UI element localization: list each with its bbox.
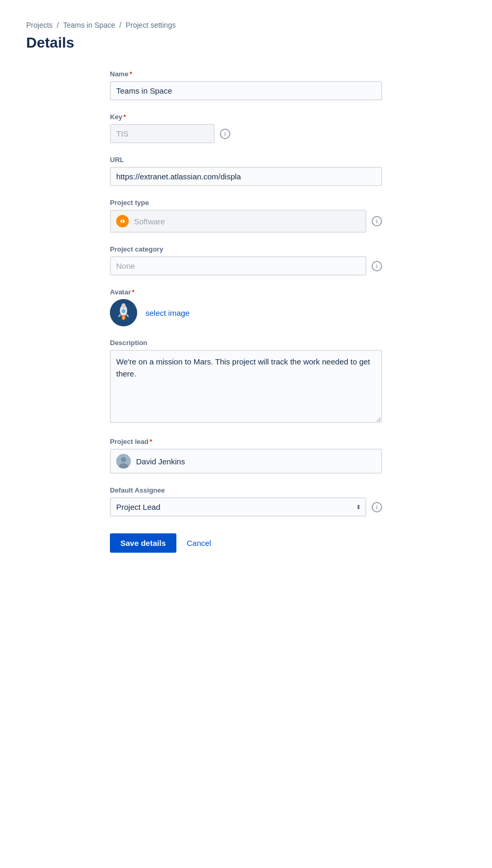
breadcrumb-projects[interactable]: Projects [26,21,53,29]
software-type-icon [116,215,129,227]
rocket-avatar-svg [110,299,137,326]
name-group: Name* [110,70,382,100]
description-group: Description We're on a mission to Mars. … [110,339,382,425]
project-type-info-icon[interactable]: i [372,216,382,226]
url-label: URL [110,156,382,164]
project-lead-field[interactable]: David Jenkins [110,449,382,474]
key-row: i [110,124,382,143]
key-required: * [124,113,126,121]
key-input[interactable] [110,124,215,143]
default-assignee-select[interactable]: Project Lead Unassigned [110,497,366,517]
page-title: Details [26,35,466,51]
project-type-value: Software [134,217,165,226]
url-input[interactable] [110,167,382,186]
avatar-section: select image [110,299,382,326]
save-button[interactable]: Save details [110,533,176,553]
default-assignee-container: Project Lead Unassigned ⬍ [110,497,366,517]
breadcrumb: Projects / Teams in Space / Project sett… [26,21,466,29]
avatar-group: Avatar* [110,288,382,326]
project-category-label: Project category [110,245,382,253]
key-info-icon[interactable]: i [220,129,230,139]
key-label: Key* [110,113,382,121]
project-category-group: Project category None i [110,245,382,276]
svg-point-6 [122,310,125,312]
svg-point-2 [121,303,126,309]
project-category-placeholder: None [116,261,135,270]
breadcrumb-project-name[interactable]: Teams in Space [63,21,115,29]
breadcrumb-sep-2: / [119,21,121,29]
svg-point-10 [121,457,126,462]
lead-name: David Jenkins [136,457,185,466]
project-category-info-icon[interactable]: i [372,261,382,271]
key-group: Key* i [110,113,382,143]
default-assignee-group: Default Assignee Project Lead Unassigned… [110,486,382,517]
project-details-form: Name* Key* i URL Project type [110,70,382,553]
project-type-row: Software i [110,210,382,233]
name-input[interactable] [110,81,382,100]
svg-point-8 [122,316,125,319]
default-assignee-info-icon[interactable]: i [372,502,382,512]
avatar-label: Avatar* [110,288,382,296]
name-required: * [129,70,132,78]
project-type-label: Project type [110,199,382,207]
default-assignee-row: Project Lead Unassigned ⬍ i [110,497,382,517]
button-row: Save details Cancel [110,533,382,553]
project-lead-group: Project lead* David Jenkins [110,438,382,474]
avatar-required: * [132,288,135,296]
default-assignee-label: Default Assignee [110,486,382,494]
breadcrumb-settings: Project settings [126,21,176,29]
select-image-link[interactable]: select image [146,309,189,317]
project-lead-label: Project lead* [110,438,382,446]
name-label: Name* [110,70,382,78]
cancel-button[interactable]: Cancel [187,539,211,547]
url-group: URL [110,156,382,186]
project-category-row: None i [110,256,382,276]
description-label: Description [110,339,382,347]
description-textarea[interactable]: We're on a mission to Mars. This project… [110,350,382,423]
project-type-field[interactable]: Software [110,210,366,233]
project-lead-required: * [150,438,152,446]
project-type-group: Project type Software i [110,199,382,233]
avatar-image[interactable] [110,299,137,326]
lead-avatar [116,454,131,469]
breadcrumb-sep-1: / [57,21,59,29]
project-category-field[interactable]: None [110,256,366,276]
